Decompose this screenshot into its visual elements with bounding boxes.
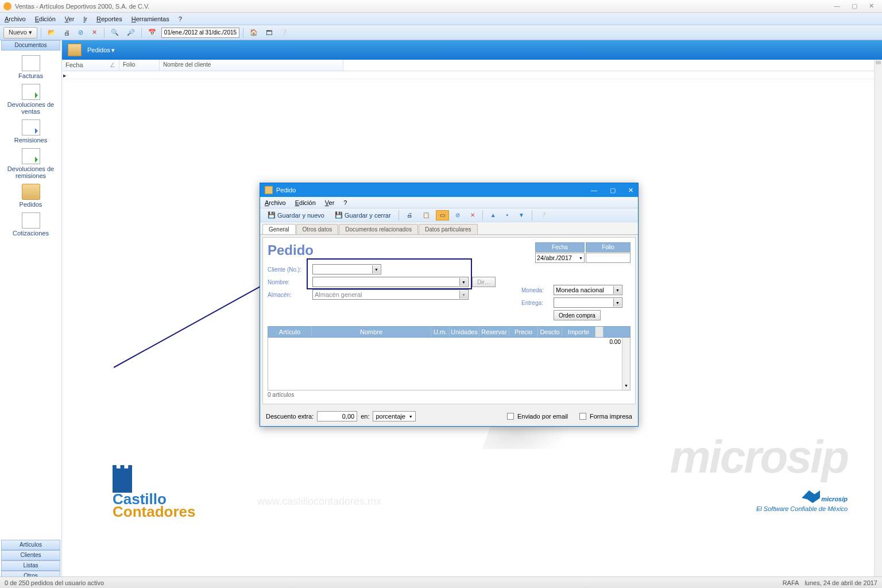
impresa-checkbox[interactable] [579,413,586,420]
sidebar-tab-clientes[interactable]: Clientes [1,550,60,560]
dialog-minimize-button[interactable]: — [591,187,597,194]
tab-datos-particulares[interactable]: Datos particulares [419,224,478,234]
menu-ir[interactable]: Ir [83,16,87,22]
descuento-input[interactable] [317,411,357,421]
tab-otros-datos[interactable]: Otros datos [296,224,339,234]
dialog-menu-edicion[interactable]: Edición [295,199,316,206]
help-icon[interactable]: ❔ [277,27,291,38]
almacen-combo[interactable]: Almacén general▼ [312,289,469,300]
return-sales-icon [22,84,40,100]
col-articulo[interactable]: Artículo [268,327,312,337]
fecha-field[interactable]: 24/abr./2017▼ [535,253,585,263]
open-icon[interactable]: 📂 [45,27,59,38]
menu-reportes[interactable]: Reportes [96,16,122,22]
main-toolbar: Nuevo ▾ 📂 🖨 ⊘ ✕ 🔍 🔎 📅 01/ene./2012 al 31… [0,25,882,40]
save-new-button[interactable]: 💾Guardar y nuevo [264,210,328,220]
nav-up-button[interactable]: ▲ [486,210,500,220]
email-checkbox[interactable] [507,413,514,420]
items-total: 0.00 [610,339,621,345]
status-date: lunes, 24 de abril de 2017 [804,579,877,586]
entrega-combo[interactable]: ▼ [554,297,622,308]
vertical-scrollbar[interactable] [874,60,882,581]
unidad-select[interactable]: porcentaje▼ [373,411,415,421]
dialog-menu-ver[interactable]: Ver [325,199,335,206]
dialog-menu-help[interactable]: ? [343,199,347,206]
cancel-button[interactable]: ⊘ [451,210,464,220]
items-scrollbar[interactable]: ▼ [622,338,630,390]
menu-help[interactable]: ? [179,16,182,22]
find-next-icon[interactable]: 🔎 [124,27,138,38]
save-icon: 💾 [335,211,343,219]
section-title[interactable]: Pedidos [87,47,110,53]
col-folio[interactable]: Folio [119,60,160,71]
nombre-combo[interactable]: ▼ [312,277,469,287]
chevron-down-icon: ▼ [459,291,467,299]
calendar-icon[interactable]: 📅 [145,27,159,38]
grid-row[interactable]: ▸ [62,71,882,79]
menu-ver[interactable]: Ver [65,16,75,22]
sidebar-tab-documentos[interactable]: Documentos [1,40,60,51]
order-icon [22,184,40,200]
col-importe[interactable]: Importe [562,327,595,337]
delete-button[interactable]: ✕ [466,210,479,220]
col-um[interactable]: U.m. [431,327,450,337]
tab-documentos-relacionados[interactable]: Documentos relacionados [339,224,418,234]
menu-herramientas[interactable]: Herramientas [131,16,169,22]
sidebar-item-devoluciones-ventas[interactable]: Devoluciones de ventas [0,82,61,117]
menu-edicion[interactable]: Edición [35,16,56,22]
sidebar-item-pedidos[interactable]: Pedidos [0,181,61,210]
dialog-maximize-button[interactable]: ▢ [610,187,616,194]
dialog-body: Pedido Fecha 24/abr./2017▼ Folio [262,237,636,404]
col-unidades[interactable]: Unidades [450,327,479,337]
print-icon[interactable]: 🖨 [61,27,73,38]
home-icon[interactable]: 🏠 [247,27,261,38]
date-range-field[interactable]: 01/ene./2012 al 31/dic./2015 [161,28,239,38]
box-icon [68,44,82,56]
sidebar-tab-listas[interactable]: Listas [1,560,60,571]
moneda-combo[interactable]: Moneda nacional▼ [554,285,622,295]
folio-field[interactable] [586,253,630,263]
email-label: Enviado por email [517,413,568,420]
col-precio[interactable]: Precio [509,327,538,337]
dir-button[interactable]: Dir… [472,277,496,287]
delete-icon[interactable]: ✕ [89,27,100,38]
window-icon[interactable]: 🗔 [263,27,275,38]
maximize-button[interactable]: ▢ [852,2,857,10]
menu-archivo[interactable]: Archivo [5,16,26,22]
items-grid-body[interactable]: 0.00 ▼ [268,338,630,390]
tab-general[interactable]: General [262,224,296,234]
print-button[interactable]: 🖨 [403,210,416,220]
col-reservar[interactable]: Reservar [479,327,509,337]
items-scroll-up[interactable] [595,327,604,337]
copy-button[interactable]: 📋 [419,210,434,220]
chevron-down-icon: ▼ [372,265,380,273]
find-icon[interactable]: 🔍 [108,27,122,38]
sidebar-item-devoluciones-remisiones[interactable]: Devoluciones de remisiones [0,146,61,181]
dialog-close-button[interactable]: ✕ [628,187,633,194]
sidebar-item-remisiones[interactable]: Remisiones [0,117,61,146]
close-button[interactable]: ✕ [869,2,874,10]
nuevo-button[interactable]: Nuevo ▾ [3,27,37,38]
cliente-combo[interactable]: ▼ [312,264,381,274]
dialog-menu-archivo[interactable]: Archivo [265,199,286,206]
sidebar-tab-articulos[interactable]: Artículos [1,540,60,550]
dialog-help-button[interactable]: ❔ [536,210,551,220]
col-nombre[interactable]: Nombre [312,327,431,337]
entrega-label: Entrega: [521,300,550,306]
sidebar-item-cotizaciones[interactable]: Cotizaciones [0,210,61,239]
sidebar-item-facturas[interactable]: Facturas [0,53,61,82]
minimize-button[interactable]: — [834,2,840,10]
dialog-titlebar[interactable]: Pedido — ▢ ✕ [260,183,638,197]
note-button[interactable]: ▭ [436,210,449,220]
moneda-label: Moneda: [521,287,550,293]
save-icon: 💾 [268,211,276,219]
meta-grid: Fecha 24/abr./2017▼ Folio [535,242,630,263]
orden-compra-button[interactable]: Orden compra [554,310,601,320]
col-descto[interactable]: Descto [538,327,562,337]
stop-icon[interactable]: ⊘ [75,27,87,38]
col-nombre-cliente[interactable]: Nombre del cliente [160,60,343,71]
col-fecha[interactable]: Fecha ∠ [62,60,119,71]
nav-dot-button[interactable]: • [502,210,513,220]
save-close-button[interactable]: 💾Guardar y cerrar [331,210,395,220]
nav-down-button[interactable]: ▼ [514,210,528,220]
